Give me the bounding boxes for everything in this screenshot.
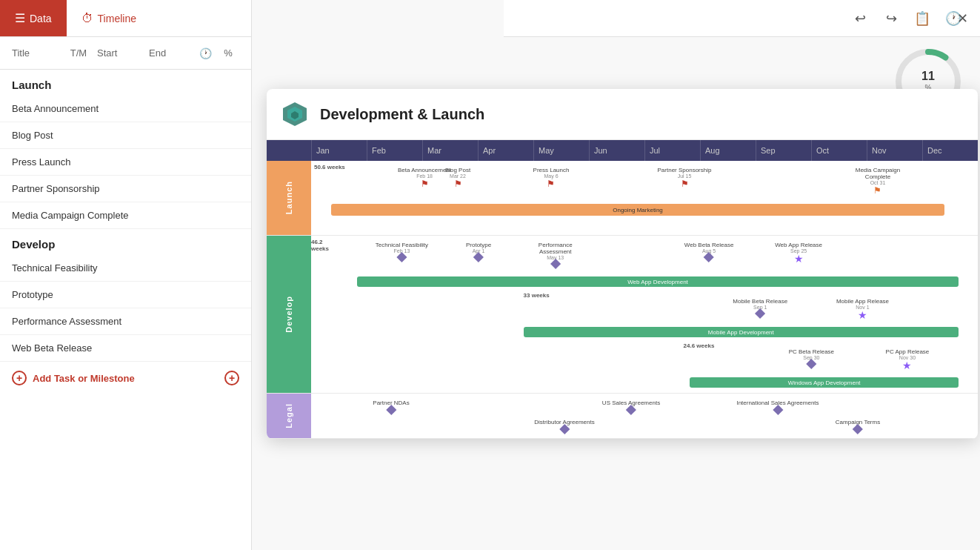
milestone-mobile-app: Mobile App Release Nov 1 ★ xyxy=(836,298,889,320)
milestone-performance-assessment: Performance Assessment May 13 xyxy=(539,242,573,268)
milestone-beta-announcement: Beta Announcement Feb 18 ⚑ xyxy=(398,167,451,189)
mobile-app-dev-bar-row: Mobile App Development xyxy=(338,325,978,339)
web-app-dev-bar-row: Web App Development xyxy=(338,274,978,289)
month-header-row: Jan Feb Mar Apr May Jun Jul Aug Sep Oct … xyxy=(267,140,978,161)
tab-timeline[interactable]: ⏱ Timeline xyxy=(67,0,151,36)
month-sep: Sep xyxy=(756,140,811,161)
task-beta-announcement[interactable]: Beta Announcement xyxy=(0,96,251,122)
month-jul: Jul xyxy=(644,140,700,161)
task-technical-feasibility[interactable]: Technical Feasibility xyxy=(0,255,251,282)
gantt-header: Development & Launch xyxy=(267,89,978,140)
add-task-icon: + xyxy=(12,371,27,385)
legal-label: Legal xyxy=(267,394,311,438)
mobile-milestones-row: Mobile Beta Release Sep 1 Mobile App Rel… xyxy=(338,298,978,325)
launch-label: Launch xyxy=(267,161,311,235)
add-task-row[interactable]: + Add Task or Milestone + xyxy=(0,362,251,394)
milestone-partner-ndas: Partner NDAs xyxy=(373,400,409,414)
timeline-icon: ⏱ xyxy=(81,12,93,25)
col-start: Start xyxy=(97,47,149,59)
section-develop: Develop xyxy=(0,229,251,255)
tab-data-label: Data xyxy=(30,13,52,24)
month-apr: Apr xyxy=(478,140,533,161)
milestone-pc-beta: PC Beta Release Sep 30 xyxy=(789,348,834,368)
weeks-24-label: 24.6 weeks xyxy=(338,342,978,348)
month-may: May xyxy=(533,140,589,161)
gantt-logo-icon xyxy=(281,101,308,127)
month-jan: Jan xyxy=(311,140,367,161)
legal-content: Partner NDAs US Sales Agreements Interna… xyxy=(311,394,978,438)
milestone-press-launch: Press Launch May 6 ⚑ xyxy=(533,167,570,189)
milestone-distributor: Distributor Agreements xyxy=(534,419,594,433)
task-prototype[interactable]: Prototype xyxy=(0,282,251,308)
launch-section: Launch 50.6 weeks Beta Announcement Feb … xyxy=(267,161,978,236)
month-cells: Jan Feb Mar Apr May Jun Jul Aug Sep Oct … xyxy=(311,140,978,161)
milestone-mobile-beta: Mobile Beta Release Sep 1 xyxy=(733,298,787,317)
milestone-us-sales: US Sales Agreements xyxy=(602,400,660,414)
section-launch: Launch xyxy=(0,70,251,96)
mobile-app-dev-bar: Mobile App Development xyxy=(524,327,959,337)
right-panel: ↩ ↪ 📋 🕐 ✕ 11 % Development & Launch xyxy=(252,0,980,550)
col-percent: % xyxy=(217,47,239,59)
tab-bar: ☰ Data ⏱ Timeline xyxy=(0,0,251,37)
left-panel: ☰ Data ⏱ Timeline Title T/M Start End 🕐 … xyxy=(0,0,252,550)
weeks-33-label: 33 weeks xyxy=(338,292,978,298)
add-task-label: Add Task or Milestone xyxy=(33,373,135,384)
month-dec: Dec xyxy=(922,140,978,161)
data-icon: ☰ xyxy=(15,11,25,25)
milestone-pc-app: PC App Release Nov 30 ★ xyxy=(886,348,930,371)
milestone-web-beta-release: Web Beta Release Aug 5 xyxy=(684,242,734,261)
task-blog-post[interactable]: Blog Post xyxy=(0,122,251,149)
col-tm: T/M xyxy=(60,47,97,59)
pc-milestones-row: PC Beta Release Sep 30 PC App Release No… xyxy=(338,348,978,375)
develop-section: Develop 46.2weeks Technical Feasibility … xyxy=(267,236,978,394)
add-milestone-icon[interactable]: + xyxy=(224,371,239,385)
month-nov: Nov xyxy=(867,140,922,161)
month-oct: Oct xyxy=(811,140,867,161)
month-mar: Mar xyxy=(422,140,478,161)
develop-weeks: 46.2weeks xyxy=(311,239,329,252)
ongoing-marketing-bar-row: Ongoing Marketing xyxy=(311,201,978,219)
month-feb: Feb xyxy=(367,140,422,161)
milestone-partner-sponsorship: Partner Sponsorship Jul 15 ⚑ xyxy=(658,167,712,189)
launch-content: 50.6 weeks Beta Announcement Feb 18 ⚑ Bl… xyxy=(311,161,978,235)
month-aug: Aug xyxy=(700,140,756,161)
task-press-launch[interactable]: Press Launch xyxy=(0,149,251,176)
col-clock-icon: 🕐 xyxy=(193,47,217,59)
month-jun: Jun xyxy=(589,140,644,161)
data-header: Title T/M Start End 🕐 % xyxy=(0,37,251,70)
close-button[interactable]: ✕ xyxy=(957,10,968,27)
windows-app-dev-bar-row: Windows App Development xyxy=(338,375,978,390)
col-end: End xyxy=(149,47,193,59)
milestone-campaign-terms: Campaign Terms xyxy=(836,419,880,433)
task-web-beta-release[interactable]: Web Beta Release xyxy=(0,335,251,362)
svg-text:11: 11 xyxy=(921,70,935,82)
col-title: Title xyxy=(12,47,60,59)
windows-app-dev-bar: Windows App Development xyxy=(690,377,959,388)
undo-button[interactable]: ↩ xyxy=(848,7,872,30)
milestone-tech-feasibility: Technical Feasibility Feb 13 xyxy=(376,242,428,261)
develop-label: Develop xyxy=(267,236,311,393)
toolbar: ↩ ↪ 📋 🕐 ✕ xyxy=(504,0,980,37)
milestone-prototype: Prototype Apr 1 xyxy=(466,242,491,261)
launch-milestones-row: Beta Announcement Feb 18 ⚑ Blog Post Mar… xyxy=(311,167,978,199)
gantt-modal: Development & Launch Jan Feb Mar Apr May… xyxy=(267,89,978,439)
web-app-dev-bar: Web App Development xyxy=(357,276,959,287)
milestone-intl-sales: International Sales Agreements xyxy=(736,400,819,414)
tab-data[interactable]: ☰ Data xyxy=(0,0,67,36)
tab-timeline-label: Timeline xyxy=(98,13,136,24)
ongoing-marketing-bar: Ongoing Marketing xyxy=(331,204,944,216)
legal-section: Legal Partner NDAs US Sales Agreements I… xyxy=(267,394,978,439)
develop-milestones-row1: Technical Feasibility Feb 13 Prototype A… xyxy=(338,242,978,274)
gantt-title: Development & Launch xyxy=(320,106,484,123)
milestone-blog-post: Blog Post Mar 22 ⚑ xyxy=(445,167,470,189)
task-performance-assessment[interactable]: Performance Assessment xyxy=(0,308,251,335)
milestone-media-campaign: Media Campaign Complete Oct 31 ⚑ xyxy=(856,167,900,196)
task-media-campaign-complete[interactable]: Media Campaign Complete xyxy=(0,202,251,229)
redo-button[interactable]: ↪ xyxy=(879,7,903,30)
clipboard-button[interactable]: 📋 xyxy=(910,7,934,30)
develop-content: 46.2weeks Technical Feasibility Feb 13 P… xyxy=(311,236,978,393)
milestone-web-app-release: Web App Release Sep 25 ★ xyxy=(775,242,822,264)
task-partner-sponsorship[interactable]: Partner Sponsorship xyxy=(0,176,251,202)
